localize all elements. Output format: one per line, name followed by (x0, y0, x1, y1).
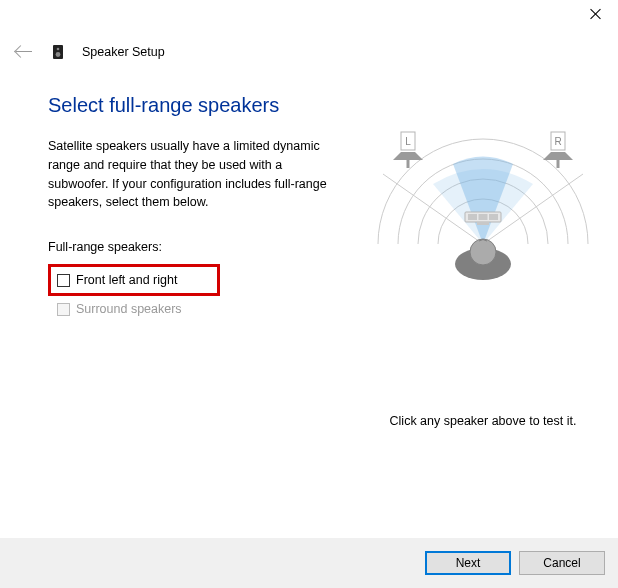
window-title: Speaker Setup (82, 45, 165, 59)
svg-point-2 (56, 52, 61, 57)
speaker-app-icon (50, 44, 66, 60)
surround-speakers-option: Surround speakers (48, 302, 348, 316)
cancel-button[interactable]: Cancel (519, 551, 605, 575)
test-hint-text: Click any speaker above to test it. (368, 414, 598, 428)
right-column: L R (368, 94, 598, 428)
svg-rect-22 (477, 222, 489, 225)
titlebar (0, 0, 618, 30)
options-header: Full-range speakers: (48, 240, 348, 254)
footer: Next Cancel (0, 538, 618, 588)
svg-point-1 (57, 48, 60, 51)
speaker-layout-diagram: L R (373, 114, 593, 334)
svg-rect-19 (468, 214, 477, 220)
description-text: Satellite speakers usually have a limite… (48, 137, 338, 212)
page-heading: Select full-range speakers (48, 94, 348, 117)
front-speakers-label: Front left and right (76, 273, 177, 287)
front-speakers-option[interactable]: Front left and right (48, 264, 220, 296)
listener-icon (455, 239, 511, 280)
active-cone-wide (433, 169, 533, 244)
close-icon[interactable] (588, 7, 604, 23)
back-arrow-icon[interactable] (14, 46, 34, 58)
svg-rect-21 (489, 214, 498, 220)
left-column: Select full-range speakers Satellite spe… (48, 94, 348, 428)
right-speaker-icon[interactable]: R (543, 132, 573, 168)
svg-point-24 (470, 239, 496, 265)
svg-text:R: R (554, 136, 561, 147)
checkbox-icon (57, 303, 70, 316)
checkbox-icon[interactable] (57, 274, 70, 287)
svg-text:L: L (405, 136, 411, 147)
content-area: Select full-range speakers Satellite spe… (0, 66, 618, 428)
surround-speakers-label: Surround speakers (76, 302, 182, 316)
header: Speaker Setup (0, 30, 618, 66)
left-speaker-icon[interactable]: L (393, 132, 423, 168)
svg-rect-0 (53, 45, 63, 59)
next-button[interactable]: Next (425, 551, 511, 575)
svg-rect-20 (479, 214, 488, 220)
